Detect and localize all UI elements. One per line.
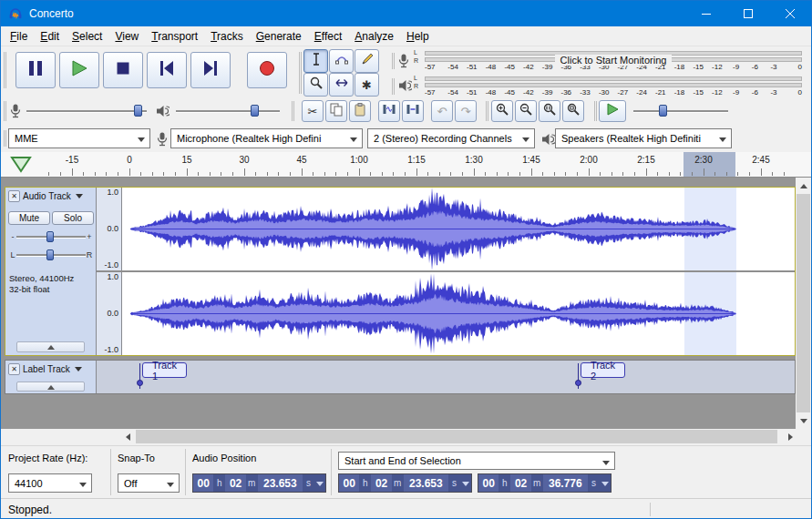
stop-button[interactable] [103,52,143,88]
pinned-play-head-button[interactable] [8,154,34,175]
label-text-box[interactable]: Track 2 [581,362,625,378]
horizontal-scrollbar[interactable] [119,429,798,444]
record-button[interactable] [247,52,287,88]
silence-audio-button[interactable] [402,100,424,122]
close-button[interactable] [769,1,811,26]
hours-value[interactable]: 00 [478,474,499,492]
menu-item[interactable]: Effect [308,27,348,46]
menu-item[interactable]: Generate [250,27,308,46]
hours-value[interactable]: 00 [339,474,359,492]
play-at-speed-button[interactable] [599,100,626,122]
timeline-ruler[interactable]: -1501530451:001:151:301:452:002:152:302:… [1,152,811,178]
trim-audio-button[interactable] [378,100,400,122]
menu-item[interactable]: File [4,27,34,46]
toolbar-gripper[interactable] [392,53,393,69]
pan-thumb[interactable] [46,249,54,260]
slider-thumb[interactable] [659,105,667,117]
timefield-dropdown-arrow[interactable] [314,474,325,492]
playback-device-select[interactable]: Speakers (Realtek High Definiti [555,128,732,148]
zoom-in-button[interactable] [491,100,513,122]
pause-button[interactable] [15,52,56,88]
timefield-dropdown-arrow[interactable] [600,474,611,492]
menu-item[interactable]: Help [400,27,436,46]
copy-button[interactable] [325,100,347,122]
gain-slider[interactable]: - + [9,229,93,244]
time-shift-tool-button[interactable] [329,73,354,97]
pan-slider[interactable]: L R [9,248,93,262]
undo-button[interactable]: ↶ [431,100,453,122]
zoom-tool-button[interactable] [303,73,328,97]
maximize-button[interactable] [727,1,769,26]
track-close-button[interactable]: ✕ [8,363,20,375]
draw-tool-button[interactable] [355,49,379,73]
menu-item[interactable]: Transport [145,27,204,46]
hours-value[interactable]: 00 [193,474,213,492]
mute-button[interactable]: Mute [8,211,50,225]
vertical-scroll-thumb[interactable] [797,194,810,412]
scroll-up-button[interactable] [796,178,811,193]
menu-item[interactable]: Tracks [204,27,250,46]
toolbar-gripper[interactable] [4,101,5,121]
menu-item[interactable]: Analyze [348,27,400,46]
timefield-dropdown-arrow[interactable] [460,474,471,492]
toolbar-gripper[interactable] [4,52,5,88]
audio-host-select[interactable]: MME [8,128,150,148]
menu-item[interactable]: View [108,27,145,46]
recording-device-select[interactable]: Microphone (Realtek High Defini [170,128,363,148]
minimize-button[interactable] [685,1,727,26]
selection-tool-button[interactable] [303,49,328,73]
snap-to-select[interactable]: Off [118,473,180,493]
minutes-value[interactable]: 02 [371,474,391,492]
audio-position-display[interactable]: 00 h 02 m 23.653 s [192,473,326,493]
selection-start-display[interactable]: 00 h 02 m 23.653 s [338,473,472,493]
skip-to-start-button[interactable] [147,52,187,88]
monitoring-overlay[interactable]: Click to Start Monitoring [425,54,802,66]
zoom-out-button[interactable] [515,100,537,122]
seconds-value[interactable]: 36.776 [543,474,588,492]
vertical-scrollbar[interactable] [796,178,811,429]
recording-volume-slider[interactable] [26,103,147,118]
menu-item[interactable]: Edit [34,27,66,46]
selection-end-display[interactable]: 00 h 02 m 36.776 s [478,473,612,493]
scroll-down-button[interactable] [796,413,811,429]
track-menu-button[interactable]: Audio Track [23,190,83,202]
slider-thumb[interactable] [134,105,142,117]
minutes-value[interactable]: 02 [510,474,530,492]
slider-thumb[interactable] [251,105,259,117]
minutes-value[interactable]: 02 [225,474,245,492]
label-handle[interactable] [575,380,581,386]
envelope-tool-button[interactable] [329,49,354,73]
toolbar-gripper[interactable] [4,130,5,147]
cut-button[interactable]: ✂ [302,100,324,122]
multi-tool-button[interactable]: ✱ [355,73,379,97]
recording-channels-select[interactable]: 2 (Stereo) Recording Channels [367,128,535,148]
label-text-box[interactable]: Track 1 [142,362,187,378]
label-handle[interactable] [137,380,143,386]
toolbar-gripper[interactable] [594,101,595,121]
zoom-to-selection-button[interactable] [539,100,560,122]
menu-item[interactable]: Select [66,27,108,46]
seconds-value[interactable]: 23.653 [404,474,448,492]
solo-button[interactable]: Solo [52,211,94,225]
recording-meter[interactable]: L R -57-54-51-48-45-42-39-36-33-30-27-24… [391,49,808,73]
playback-speed-slider[interactable] [633,103,728,118]
gain-thumb[interactable] [46,231,54,242]
track-close-button[interactable]: ✕ [8,190,20,202]
track-menu-button[interactable]: Label Track [23,363,82,375]
project-rate-select[interactable]: 44100 [8,473,92,493]
fit-project-button[interactable] [562,100,584,122]
selection-mode-select[interactable]: Start and End of Selection [338,452,615,470]
toolbar-gripper[interactable] [392,78,393,95]
label-area[interactable]: Track 1 Track 2 [98,361,795,393]
horizontal-scroll-thumb[interactable] [136,430,777,443]
skip-to-end-button[interactable] [190,52,231,88]
seconds-value[interactable]: 23.653 [258,474,303,492]
play-button[interactable] [59,52,99,88]
toolbar-gripper[interactable] [486,101,487,121]
toolbar-gripper[interactable] [292,101,293,121]
playback-volume-slider[interactable] [176,103,280,118]
track-collapse-button[interactable] [16,382,85,392]
scroll-left-button[interactable] [119,429,135,444]
paste-button[interactable] [349,100,371,122]
redo-button[interactable]: ↷ [455,100,477,122]
